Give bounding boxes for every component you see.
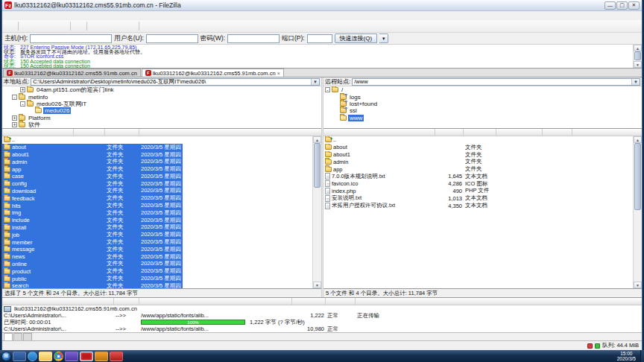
local-path-input[interactable] bbox=[31, 79, 311, 85]
taskbar-ie-icon[interactable] bbox=[28, 352, 37, 361]
about1[interactable]: about1 文件夹 2020/3/5 星期四 bbox=[2, 151, 183, 159]
compare-icon[interactable] bbox=[154, 21, 165, 31]
column-header[interactable] bbox=[464, 129, 496, 136]
toggle-remote-tree-icon[interactable] bbox=[45, 21, 56, 31]
remote-path-combo[interactable]: ▼ bbox=[352, 78, 640, 86]
scroll-up-icon[interactable]: ▲ bbox=[634, 45, 642, 51]
online[interactable]: online 文件夹 2020/3/5 星期四 bbox=[2, 261, 183, 268]
tree-expander-icon[interactable]: + bbox=[12, 122, 17, 127]
queue-column-header[interactable] bbox=[2, 298, 114, 305]
queue-column-header[interactable] bbox=[292, 298, 326, 305]
taskbar-filezilla-icon[interactable] bbox=[80, 352, 93, 361]
close-button[interactable]: ✕ bbox=[628, 1, 640, 10]
session-tab-1[interactable]: F lku03312162@lku03312162.cms55.91mb.com… bbox=[3, 69, 141, 77]
queue-column-header[interactable] bbox=[356, 298, 642, 305]
host-input[interactable] bbox=[30, 34, 112, 43]
search[interactable]: search 文件夹 2020/3/5 星期四 bbox=[2, 282, 183, 288]
reconnect-icon[interactable] bbox=[125, 21, 136, 31]
minimize-button[interactable]: — bbox=[604, 1, 616, 10]
toggle-queue-icon[interactable] bbox=[57, 21, 68, 31]
scroll-down-icon[interactable]: ▼ bbox=[634, 282, 642, 288]
column-header[interactable] bbox=[105, 129, 139, 136]
tab-failed-transfers[interactable] bbox=[13, 333, 22, 340]
local-path-combo[interactable]: ▼ bbox=[31, 78, 320, 86]
queue-column-header[interactable] bbox=[326, 298, 356, 305]
local-tree-item[interactable]: + Platform bbox=[2, 115, 321, 121]
column-header[interactable] bbox=[74, 129, 105, 136]
remote-list-scrollbar[interactable]: ▲ ▼ bbox=[633, 136, 642, 288]
tree-expander-icon[interactable]: + bbox=[12, 115, 17, 121]
queue-server-row[interactable]: lku03312162@lku03312162.cms55.91mb.com.c… bbox=[2, 305, 642, 312]
tab-close-icon[interactable]: × bbox=[277, 71, 280, 76]
site-manager-icon[interactable] bbox=[4, 21, 16, 31]
remote-tree-item[interactable]: logs bbox=[323, 93, 642, 100]
toolbar-icon[interactable] bbox=[139, 22, 139, 31]
taskbar-app-1-icon[interactable] bbox=[13, 352, 26, 361]
app[interactable]: app 文件夹 2020/3/5 星期四 bbox=[2, 165, 183, 173]
quickconnect-button[interactable]: 快速连接(Q) bbox=[335, 34, 378, 43]
queue-file-row[interactable]: C:\Users\Administrator\... -->> /www/app… bbox=[2, 326, 642, 332]
download[interactable]: download 文件夹 2020/3/5 星期四 bbox=[2, 188, 183, 195]
column-header[interactable] bbox=[2, 129, 74, 136]
column-header[interactable] bbox=[543, 129, 572, 136]
tab-successful-transfers[interactable] bbox=[23, 333, 32, 340]
tab-queued-files[interactable] bbox=[4, 333, 13, 340]
scroll-up-icon[interactable]: ▲ bbox=[313, 136, 321, 143]
index.php[interactable]: index.php 490 PHP 文件 bbox=[323, 188, 614, 195]
column-header[interactable] bbox=[323, 129, 435, 136]
remote-tree-item[interactable]: www bbox=[323, 115, 642, 121]
about1[interactable]: about1 文件夹 bbox=[323, 151, 614, 159]
hits[interactable]: hits 文件夹 2020/3/5 星期四 bbox=[2, 202, 183, 209]
tree-expander-icon[interactable]: - bbox=[12, 95, 17, 100]
message[interactable]: message 文件夹 2020/3/5 星期四 bbox=[2, 246, 183, 253]
start-button[interactable]: ⊞ bbox=[1, 352, 11, 361]
local-tree-item[interactable]: + 软件 bbox=[2, 121, 321, 128]
column-header[interactable] bbox=[435, 129, 464, 136]
taskbar-app-4-icon[interactable] bbox=[110, 352, 123, 361]
local-path-dropdown-icon[interactable]: ▼ bbox=[311, 79, 319, 85]
config[interactable]: config 文件夹 2020/3/5 星期四 bbox=[2, 180, 183, 188]
job[interactable]: job 文件夹 2020/3/5 星期四 bbox=[2, 231, 183, 238]
about[interactable]: about 文件夹 bbox=[323, 144, 614, 151]
member[interactable]: member 文件夹 2020/3/5 星期四 bbox=[2, 238, 183, 246]
tree-expander-icon[interactable]: - bbox=[20, 101, 25, 107]
queue-column-header[interactable] bbox=[114, 298, 139, 305]
news[interactable]: news 文件夹 2020/3/5 星期四 bbox=[2, 253, 183, 261]
local-tree-item[interactable]: medu026 bbox=[2, 107, 321, 114]
local-tree-item[interactable]: - medu026-互联网IT bbox=[2, 101, 321, 107]
feedback[interactable]: feedback 文件夹 2020/3/5 星期四 bbox=[2, 194, 183, 202]
find-icon[interactable] bbox=[177, 21, 189, 31]
taskbar-app-3-icon[interactable] bbox=[95, 352, 108, 361]
local-list-scrollbar[interactable]: ▲ ▼ bbox=[312, 136, 321, 288]
username-input[interactable] bbox=[146, 34, 198, 43]
scroll-up-icon[interactable]: ▲ bbox=[634, 136, 642, 143]
queue-column-header[interactable] bbox=[139, 298, 292, 305]
port-input[interactable] bbox=[307, 34, 332, 43]
column-header[interactable] bbox=[496, 129, 543, 136]
admin[interactable]: admin 文件夹 2020/3/5 星期四 bbox=[2, 158, 183, 165]
show-desktop-button[interactable] bbox=[640, 350, 644, 362]
remote-tree-item[interactable]: - / bbox=[323, 86, 642, 93]
process-queue-icon[interactable] bbox=[89, 21, 101, 31]
7.0.0版本规划说明.txt[interactable]: 7.0.0版本规划说明.txt 1,645 文本文档 bbox=[323, 173, 614, 180]
toolbar-icon[interactable] bbox=[18, 22, 19, 31]
taskbar-app-2-icon[interactable] bbox=[65, 352, 78, 361]
favicon.ico[interactable]: favicon.ico 4,286 ICO 图标 bbox=[323, 180, 614, 188]
remote-path-input[interactable] bbox=[353, 79, 631, 85]
local-tree-item[interactable]: + 04am.pt151.com的迎宾门link bbox=[2, 86, 321, 93]
scroll-down-icon[interactable]: ▼ bbox=[313, 282, 321, 288]
remote-path-dropdown-icon[interactable]: ▼ bbox=[631, 79, 640, 85]
column-header[interactable] bbox=[139, 129, 321, 136]
about[interactable]: about 文件夹 2020/3/5 星期四 bbox=[2, 144, 183, 151]
product[interactable]: product 文件夹 2020/3/5 星期四 bbox=[2, 267, 183, 275]
public[interactable]: public 文件夹 2020/3/5 星期四 bbox=[2, 275, 183, 282]
tree-expander-icon[interactable]: + bbox=[20, 87, 25, 92]
img[interactable]: img 文件夹 2020/3/5 星期四 bbox=[2, 209, 183, 217]
cancel-icon[interactable] bbox=[101, 21, 113, 31]
remote-tree-item[interactable]: ssl bbox=[323, 107, 642, 114]
disconnect-icon[interactable] bbox=[113, 21, 124, 31]
tree-expander-icon[interactable]: - bbox=[325, 87, 330, 92]
..[interactable]: .. bbox=[323, 136, 614, 144]
case[interactable]: case 文件夹 2020/3/5 星期四 bbox=[2, 173, 183, 180]
password-input[interactable] bbox=[227, 34, 280, 43]
